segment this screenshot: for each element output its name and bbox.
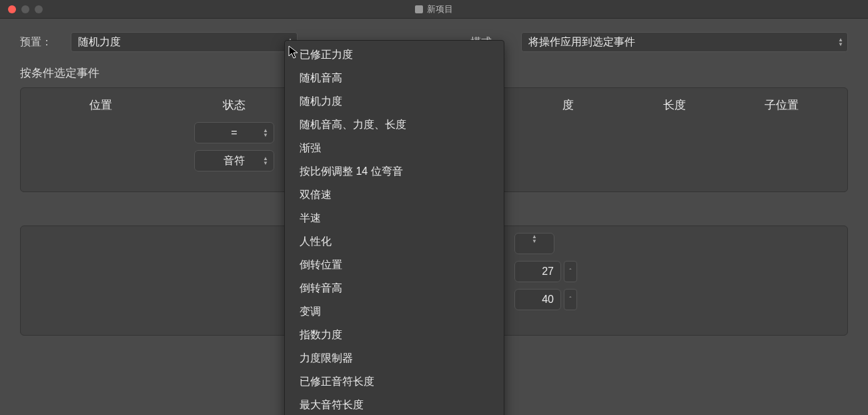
col-du: 度 bbox=[514, 97, 621, 113]
value-2-step[interactable]: ˆ bbox=[564, 289, 577, 310]
preset-menu-item[interactable]: 倒转音高 bbox=[285, 277, 504, 300]
preset-menu-item[interactable]: 人性化 bbox=[285, 230, 504, 254]
status-operator-value: = bbox=[231, 127, 237, 139]
updown-icon: ▲▼ bbox=[532, 234, 537, 244]
col-status: 状态 bbox=[167, 97, 301, 113]
preset-menu-item[interactable]: 已修正音符长度 bbox=[285, 370, 504, 394]
preset-menu-item[interactable]: 变调 bbox=[285, 300, 504, 324]
status-operator-select[interactable]: = ▲▼ bbox=[194, 122, 274, 143]
preset-menu-item[interactable]: 力度限制器 bbox=[285, 347, 504, 370]
preset-menu-item[interactable]: 随机力度 bbox=[285, 90, 504, 113]
updown-icon: ▲▼ bbox=[263, 128, 268, 137]
mode-value: 将操作应用到选定事件 bbox=[528, 35, 635, 49]
col-subposition: 子位置 bbox=[728, 97, 835, 113]
col-length: 长度 bbox=[621, 97, 728, 113]
preset-value: 随机力度 bbox=[78, 35, 121, 49]
preset-menu-item[interactable]: 渐强 bbox=[285, 137, 504, 160]
window-title: 新项目 bbox=[427, 3, 453, 15]
window-controls bbox=[0, 5, 43, 13]
status-type-select[interactable]: 音符 ▲▼ bbox=[194, 150, 274, 171]
preset-popup-menu: 已修正力度随机音高随机力度随机音高、力度、长度渐强按比例调整 14 位弯音双倍速… bbox=[284, 40, 504, 415]
preset-label: 预置： bbox=[20, 35, 60, 49]
preset-menu-item[interactable]: 半速 bbox=[285, 207, 504, 230]
updown-icon: ▲▼ bbox=[838, 37, 843, 47]
col-position: 位置 bbox=[34, 97, 167, 113]
preset-menu-item[interactable]: 最大音符长度 bbox=[285, 394, 504, 415]
titlebar: 新项目 bbox=[0, 0, 868, 19]
preset-menu-item[interactable]: 倒转位置 bbox=[285, 254, 504, 277]
preset-menu-item[interactable]: 按比例调整 14 位弯音 bbox=[285, 160, 504, 183]
preset-menu-item[interactable]: 指数力度 bbox=[285, 324, 504, 347]
zoom-window-button[interactable] bbox=[35, 5, 43, 13]
preset-menu-item[interactable]: 随机音高 bbox=[285, 67, 504, 90]
minimize-window-button[interactable] bbox=[21, 5, 29, 13]
document-icon bbox=[415, 5, 423, 13]
mode-select[interactable]: 将操作应用到选定事件 ▲▼ bbox=[521, 32, 848, 52]
preset-menu-item[interactable]: 双倍速 bbox=[285, 183, 504, 207]
preset-menu-item[interactable]: 已修正力度 bbox=[285, 43, 504, 67]
preset-menu-item[interactable]: 随机音高、力度、长度 bbox=[285, 113, 504, 137]
value-1: 27 bbox=[542, 266, 554, 278]
status-type-value: 音符 bbox=[224, 154, 245, 168]
value-1-input[interactable]: 27 bbox=[514, 261, 561, 282]
preset-select[interactable]: 随机力度 ▲▼ bbox=[71, 32, 298, 52]
value-2-input[interactable]: 40 bbox=[514, 289, 561, 310]
close-window-button[interactable] bbox=[8, 5, 16, 13]
param-select[interactable]: ▲▼ bbox=[514, 233, 554, 254]
updown-icon: ▲▼ bbox=[263, 156, 268, 165]
value-1-step[interactable]: ˆ bbox=[564, 261, 577, 282]
value-2: 40 bbox=[542, 294, 554, 306]
